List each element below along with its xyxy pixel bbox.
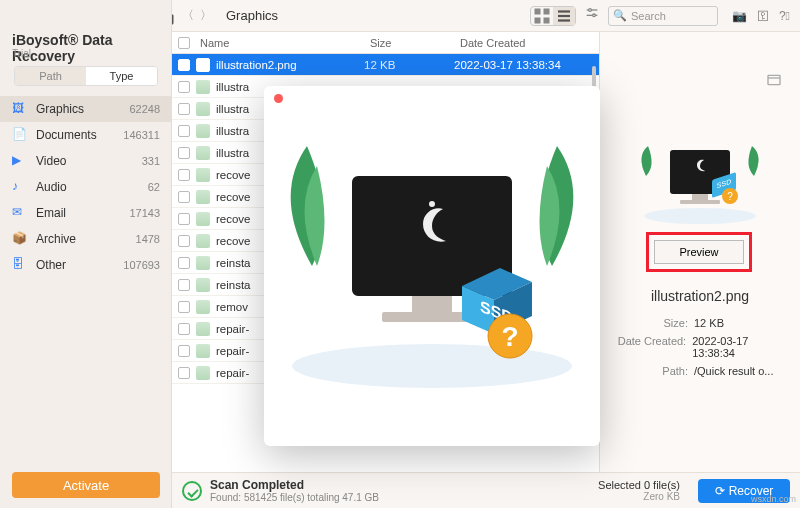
file-date: 2022-03-17 13:38:34 (454, 59, 599, 71)
row-checkbox[interactable] (178, 103, 190, 115)
preview-popup: SSD ? (264, 86, 600, 446)
category-icon: 📄 (12, 127, 28, 143)
category-count: 107693 (123, 259, 160, 271)
search-input[interactable]: 🔍 Search (608, 6, 718, 26)
tab-path[interactable]: Path (15, 67, 86, 85)
category-icon: 📦 (12, 231, 28, 247)
row-checkbox[interactable] (178, 169, 190, 181)
file-thumb-icon (196, 80, 210, 94)
status-title: Scan Completed (210, 478, 379, 492)
nav-back-icon[interactable]: 〈 (182, 7, 194, 24)
sidebar-item-video[interactable]: ▶Video331 (0, 148, 172, 174)
refresh-icon: ⟳ (715, 484, 725, 498)
grid-view-icon[interactable] (531, 7, 553, 25)
category-icon: ✉ (12, 205, 28, 221)
row-checkbox[interactable] (178, 147, 190, 159)
nav-forward-icon[interactable]: 〉 (200, 7, 212, 24)
file-thumb-icon (196, 344, 210, 358)
file-thumb-icon (196, 256, 210, 270)
file-size: 12 KB (364, 59, 454, 71)
filter-icon[interactable] (584, 6, 600, 25)
meta-date-value: 2022-03-17 13:38:34 (692, 335, 792, 359)
search-placeholder: Search (631, 10, 666, 22)
help-icon[interactable]: ?⃝ (779, 9, 790, 23)
row-checkbox[interactable] (178, 345, 190, 357)
category-icon: ♪ (12, 179, 28, 195)
file-thumb-icon (196, 212, 210, 226)
svg-rect-15 (692, 194, 708, 200)
preview-pane: SSD? Preview illustration2.png Size:12 K… (600, 32, 800, 472)
preview-thumbnail: SSD? (636, 136, 764, 226)
category-name: Graphics (36, 102, 129, 116)
row-checkbox[interactable] (178, 301, 190, 313)
sidebar-item-archive[interactable]: 📦Archive1478 (0, 226, 172, 252)
row-checkbox[interactable] (178, 367, 190, 379)
sidebar-item-other[interactable]: 🗄Other107693 (0, 252, 172, 278)
meta-size-label: Size: (608, 317, 688, 329)
row-checkbox[interactable] (178, 191, 190, 203)
category-count: 331 (142, 155, 160, 167)
close-icon[interactable] (274, 94, 283, 103)
category-name: Other (36, 258, 123, 272)
row-checkbox[interactable] (178, 213, 190, 225)
svg-rect-3 (543, 17, 549, 23)
toolbar: 〈 〉 Graphics 🔍 Search 📷 ⚿ ?⃝ (172, 0, 800, 32)
svg-point-21 (292, 344, 572, 388)
table-row[interactable]: illustration2.png12 KB2022-03-17 13:38:3… (172, 54, 599, 76)
file-thumb-icon (196, 300, 210, 314)
svg-rect-16 (680, 200, 720, 204)
category-name: Video (36, 154, 142, 168)
svg-rect-23 (412, 296, 452, 312)
row-checkbox[interactable] (178, 125, 190, 137)
category-name: Documents (36, 128, 123, 142)
column-size[interactable]: Size (370, 37, 460, 49)
selected-size: Zero KB (598, 491, 680, 502)
svg-point-25 (429, 201, 435, 207)
file-thumb-icon (196, 146, 210, 160)
category-name: Audio (36, 180, 148, 194)
status-bar: Scan Completed Found: 581425 file(s) tot… (172, 472, 800, 508)
file-thumb-icon (196, 168, 210, 182)
row-checkbox[interactable] (178, 235, 190, 247)
meta-path-label: Path: (608, 365, 688, 377)
svg-rect-1 (543, 8, 549, 14)
file-thumb-icon (196, 278, 210, 292)
category-name: Archive (36, 232, 136, 246)
category-count: 17143 (129, 207, 160, 219)
view-toggle[interactable] (530, 6, 576, 26)
category-name: Email (36, 206, 129, 220)
list-view-icon[interactable] (553, 7, 575, 25)
sidebar-item-documents[interactable]: 📄Documents146311 (0, 122, 172, 148)
row-checkbox[interactable] (178, 279, 190, 291)
preview-button[interactable]: Preview (654, 240, 744, 264)
select-all-checkbox[interactable] (178, 37, 190, 49)
window-icon[interactable] (766, 72, 782, 88)
row-checkbox[interactable] (178, 59, 190, 71)
category-count: 146311 (123, 129, 160, 141)
file-thumb-icon (196, 124, 210, 138)
meta-path-value: /Quick result o... (694, 365, 773, 377)
category-count: 62248 (129, 103, 160, 115)
camera-icon[interactable]: 📷 (732, 9, 747, 23)
category-icon: 🖼 (12, 101, 28, 117)
svg-point-10 (593, 14, 596, 17)
selected-count: Selected 0 file(s) (598, 479, 680, 491)
sidebar: iBoysoft® Data Recovery Trial Path Type … (0, 0, 172, 508)
row-checkbox[interactable] (178, 81, 190, 93)
sidebar-item-graphics[interactable]: 🖼Graphics62248 (0, 96, 172, 122)
tab-type[interactable]: Type (86, 67, 157, 85)
app-subtitle: Trial (12, 48, 31, 59)
svg-point-8 (589, 9, 592, 12)
row-checkbox[interactable] (178, 257, 190, 269)
preview-image: SSD ? (282, 116, 582, 416)
watermark: wsxdn.com (751, 494, 796, 504)
sidebar-item-audio[interactable]: ♪Audio62 (0, 174, 172, 200)
file-thumb-icon (196, 190, 210, 204)
tab-switch[interactable]: Path Type (14, 66, 158, 86)
column-date[interactable]: Date Created (460, 37, 599, 49)
key-icon[interactable]: ⚿ (757, 9, 769, 23)
row-checkbox[interactable] (178, 323, 190, 335)
sidebar-item-email[interactable]: ✉Email17143 (0, 200, 172, 226)
column-name[interactable]: Name (200, 37, 370, 49)
activate-button[interactable]: Activate (12, 472, 160, 498)
